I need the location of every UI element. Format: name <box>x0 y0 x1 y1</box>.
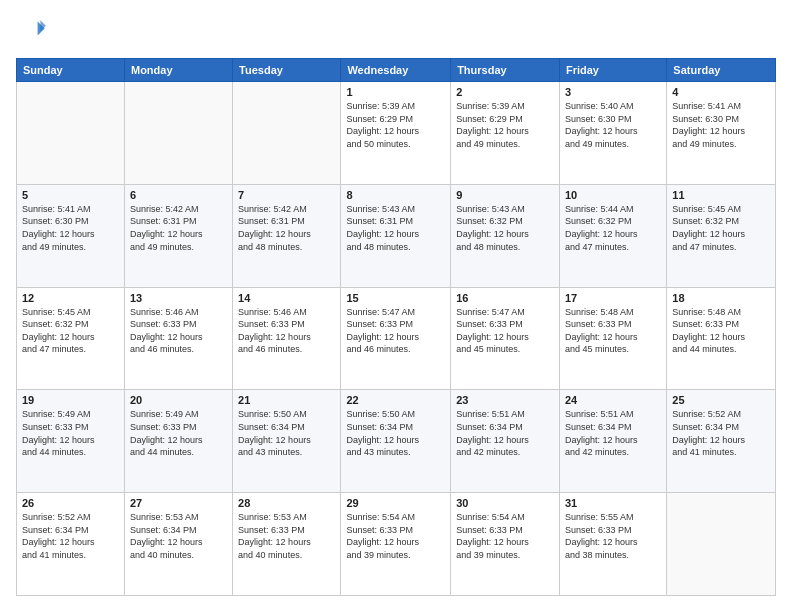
calendar-cell: 27Sunrise: 5:53 AMSunset: 6:34 PMDayligh… <box>124 493 232 596</box>
calendar-cell: 14Sunrise: 5:46 AMSunset: 6:33 PMDayligh… <box>233 287 341 390</box>
calendar-cell <box>124 82 232 185</box>
day-number: 19 <box>22 394 119 406</box>
day-number: 21 <box>238 394 335 406</box>
day-number: 25 <box>672 394 770 406</box>
calendar-cell: 29Sunrise: 5:54 AMSunset: 6:33 PMDayligh… <box>341 493 451 596</box>
calendar-cell: 22Sunrise: 5:50 AMSunset: 6:34 PMDayligh… <box>341 390 451 493</box>
calendar-cell: 12Sunrise: 5:45 AMSunset: 6:32 PMDayligh… <box>17 287 125 390</box>
day-number: 24 <box>565 394 661 406</box>
weekday-header-sunday: Sunday <box>17 59 125 82</box>
day-number: 26 <box>22 497 119 509</box>
day-number: 30 <box>456 497 554 509</box>
day-number: 7 <box>238 189 335 201</box>
calendar-week-row: 1Sunrise: 5:39 AMSunset: 6:29 PMDaylight… <box>17 82 776 185</box>
calendar-cell: 13Sunrise: 5:46 AMSunset: 6:33 PMDayligh… <box>124 287 232 390</box>
calendar-cell <box>233 82 341 185</box>
day-number: 20 <box>130 394 227 406</box>
calendar-week-row: 5Sunrise: 5:41 AMSunset: 6:30 PMDaylight… <box>17 184 776 287</box>
day-number: 23 <box>456 394 554 406</box>
day-info: Sunrise: 5:43 AMSunset: 6:32 PMDaylight:… <box>456 203 554 253</box>
day-number: 22 <box>346 394 445 406</box>
calendar-cell <box>667 493 776 596</box>
day-number: 31 <box>565 497 661 509</box>
day-number: 16 <box>456 292 554 304</box>
calendar-cell: 11Sunrise: 5:45 AMSunset: 6:32 PMDayligh… <box>667 184 776 287</box>
day-info: Sunrise: 5:46 AMSunset: 6:33 PMDaylight:… <box>130 306 227 356</box>
calendar-cell: 3Sunrise: 5:40 AMSunset: 6:30 PMDaylight… <box>559 82 666 185</box>
day-info: Sunrise: 5:40 AMSunset: 6:30 PMDaylight:… <box>565 100 661 150</box>
calendar-cell: 5Sunrise: 5:41 AMSunset: 6:30 PMDaylight… <box>17 184 125 287</box>
weekday-header-wednesday: Wednesday <box>341 59 451 82</box>
calendar-cell: 6Sunrise: 5:42 AMSunset: 6:31 PMDaylight… <box>124 184 232 287</box>
calendar-cell: 16Sunrise: 5:47 AMSunset: 6:33 PMDayligh… <box>451 287 560 390</box>
day-info: Sunrise: 5:53 AMSunset: 6:34 PMDaylight:… <box>130 511 227 561</box>
day-info: Sunrise: 5:54 AMSunset: 6:33 PMDaylight:… <box>346 511 445 561</box>
day-info: Sunrise: 5:51 AMSunset: 6:34 PMDaylight:… <box>456 408 554 458</box>
calendar-cell: 26Sunrise: 5:52 AMSunset: 6:34 PMDayligh… <box>17 493 125 596</box>
day-info: Sunrise: 5:49 AMSunset: 6:33 PMDaylight:… <box>130 408 227 458</box>
day-info: Sunrise: 5:48 AMSunset: 6:33 PMDaylight:… <box>565 306 661 356</box>
header <box>16 16 776 48</box>
calendar-week-row: 26Sunrise: 5:52 AMSunset: 6:34 PMDayligh… <box>17 493 776 596</box>
day-info: Sunrise: 5:45 AMSunset: 6:32 PMDaylight:… <box>22 306 119 356</box>
weekday-header-friday: Friday <box>559 59 666 82</box>
day-info: Sunrise: 5:53 AMSunset: 6:33 PMDaylight:… <box>238 511 335 561</box>
day-info: Sunrise: 5:55 AMSunset: 6:33 PMDaylight:… <box>565 511 661 561</box>
weekday-header-tuesday: Tuesday <box>233 59 341 82</box>
calendar-cell: 24Sunrise: 5:51 AMSunset: 6:34 PMDayligh… <box>559 390 666 493</box>
day-info: Sunrise: 5:51 AMSunset: 6:34 PMDaylight:… <box>565 408 661 458</box>
calendar-cell: 19Sunrise: 5:49 AMSunset: 6:33 PMDayligh… <box>17 390 125 493</box>
calendar-table: SundayMondayTuesdayWednesdayThursdayFrid… <box>16 58 776 596</box>
day-number: 2 <box>456 86 554 98</box>
calendar-header-row: SundayMondayTuesdayWednesdayThursdayFrid… <box>17 59 776 82</box>
calendar-week-row: 12Sunrise: 5:45 AMSunset: 6:32 PMDayligh… <box>17 287 776 390</box>
day-number: 10 <box>565 189 661 201</box>
day-number: 3 <box>565 86 661 98</box>
day-info: Sunrise: 5:52 AMSunset: 6:34 PMDaylight:… <box>672 408 770 458</box>
day-info: Sunrise: 5:42 AMSunset: 6:31 PMDaylight:… <box>238 203 335 253</box>
day-number: 8 <box>346 189 445 201</box>
calendar-cell: 18Sunrise: 5:48 AMSunset: 6:33 PMDayligh… <box>667 287 776 390</box>
weekday-header-saturday: Saturday <box>667 59 776 82</box>
day-number: 14 <box>238 292 335 304</box>
day-number: 15 <box>346 292 445 304</box>
day-info: Sunrise: 5:42 AMSunset: 6:31 PMDaylight:… <box>130 203 227 253</box>
day-number: 27 <box>130 497 227 509</box>
calendar-cell: 23Sunrise: 5:51 AMSunset: 6:34 PMDayligh… <box>451 390 560 493</box>
day-number: 18 <box>672 292 770 304</box>
day-info: Sunrise: 5:41 AMSunset: 6:30 PMDaylight:… <box>672 100 770 150</box>
day-info: Sunrise: 5:39 AMSunset: 6:29 PMDaylight:… <box>456 100 554 150</box>
calendar-cell: 4Sunrise: 5:41 AMSunset: 6:30 PMDaylight… <box>667 82 776 185</box>
day-info: Sunrise: 5:44 AMSunset: 6:32 PMDaylight:… <box>565 203 661 253</box>
day-number: 6 <box>130 189 227 201</box>
day-info: Sunrise: 5:54 AMSunset: 6:33 PMDaylight:… <box>456 511 554 561</box>
logo <box>16 16 46 48</box>
day-info: Sunrise: 5:47 AMSunset: 6:33 PMDaylight:… <box>456 306 554 356</box>
calendar-cell: 25Sunrise: 5:52 AMSunset: 6:34 PMDayligh… <box>667 390 776 493</box>
day-info: Sunrise: 5:43 AMSunset: 6:31 PMDaylight:… <box>346 203 445 253</box>
page: SundayMondayTuesdayWednesdayThursdayFrid… <box>0 0 792 612</box>
calendar-cell: 17Sunrise: 5:48 AMSunset: 6:33 PMDayligh… <box>559 287 666 390</box>
calendar-cell: 9Sunrise: 5:43 AMSunset: 6:32 PMDaylight… <box>451 184 560 287</box>
day-number: 29 <box>346 497 445 509</box>
weekday-header-thursday: Thursday <box>451 59 560 82</box>
calendar-cell: 1Sunrise: 5:39 AMSunset: 6:29 PMDaylight… <box>341 82 451 185</box>
calendar-cell: 2Sunrise: 5:39 AMSunset: 6:29 PMDaylight… <box>451 82 560 185</box>
day-number: 13 <box>130 292 227 304</box>
day-info: Sunrise: 5:41 AMSunset: 6:30 PMDaylight:… <box>22 203 119 253</box>
day-info: Sunrise: 5:46 AMSunset: 6:33 PMDaylight:… <box>238 306 335 356</box>
calendar-cell: 30Sunrise: 5:54 AMSunset: 6:33 PMDayligh… <box>451 493 560 596</box>
day-number: 12 <box>22 292 119 304</box>
day-number: 1 <box>346 86 445 98</box>
day-info: Sunrise: 5:50 AMSunset: 6:34 PMDaylight:… <box>346 408 445 458</box>
day-number: 5 <box>22 189 119 201</box>
calendar-cell: 7Sunrise: 5:42 AMSunset: 6:31 PMDaylight… <box>233 184 341 287</box>
calendar-cell: 31Sunrise: 5:55 AMSunset: 6:33 PMDayligh… <box>559 493 666 596</box>
calendar-cell: 21Sunrise: 5:50 AMSunset: 6:34 PMDayligh… <box>233 390 341 493</box>
day-info: Sunrise: 5:48 AMSunset: 6:33 PMDaylight:… <box>672 306 770 356</box>
weekday-header-monday: Monday <box>124 59 232 82</box>
day-info: Sunrise: 5:45 AMSunset: 6:32 PMDaylight:… <box>672 203 770 253</box>
day-number: 4 <box>672 86 770 98</box>
day-number: 9 <box>456 189 554 201</box>
calendar-week-row: 19Sunrise: 5:49 AMSunset: 6:33 PMDayligh… <box>17 390 776 493</box>
